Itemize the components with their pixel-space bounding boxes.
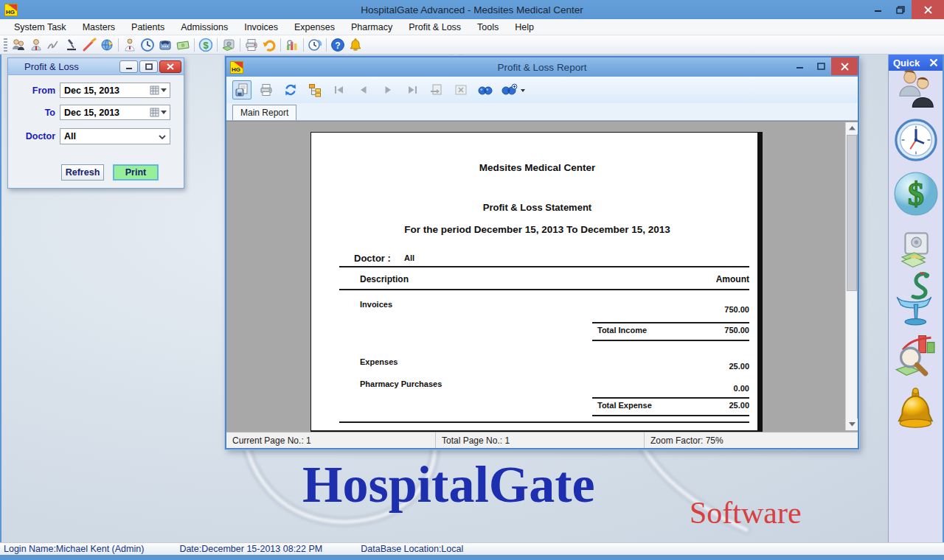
main-toolbar: $ ? xyxy=(0,35,944,55)
last-page-icon xyxy=(403,80,422,99)
dollar-coin-icon[interactable]: $ xyxy=(197,37,215,53)
menu-masters[interactable]: Masters xyxy=(74,19,123,35)
quick-panel: Quick $ xyxy=(888,55,943,542)
clock-icon[interactable] xyxy=(893,116,939,164)
report-tab-strip: Main Report xyxy=(226,103,858,121)
help-icon[interactable]: ? xyxy=(329,37,347,53)
backup-clock-icon[interactable] xyxy=(306,37,324,53)
zoom-icon[interactable] xyxy=(500,80,528,99)
report-row-label: Expenses xyxy=(360,357,398,366)
phone-icon[interactable] xyxy=(156,37,174,53)
scroll-up-icon[interactable] xyxy=(846,122,858,134)
report-period: For the period December 15, 2013 To Dece… xyxy=(311,224,763,235)
signature-icon[interactable] xyxy=(45,37,63,53)
tab-main-report[interactable]: Main Report xyxy=(232,105,296,120)
menu-profit-loss[interactable]: Profit & Loss xyxy=(400,19,469,35)
dialog-titlebar[interactable]: Profit & Loss xyxy=(8,58,184,75)
dialog-minimize-button[interactable] xyxy=(119,60,138,73)
report-titlebar[interactable]: HG Profit & Loss Report xyxy=(226,57,858,77)
microscope-icon[interactable] xyxy=(63,37,80,53)
toolbar-grip xyxy=(4,38,7,52)
report-row-amount: 0.00 xyxy=(606,384,749,393)
chart-icon[interactable] xyxy=(283,37,301,53)
app-logo-icon: HG xyxy=(4,4,18,16)
total-page-status: Total Page No.: 1 xyxy=(436,433,645,448)
cash-safe-icon[interactable] xyxy=(896,230,936,271)
app-window: HG HospitalGate Advanced - Medsites Medi… xyxy=(0,0,944,560)
zoom-factor-status: Zoom Factor: 75% xyxy=(645,433,858,448)
doctor-dropdown[interactable]: All xyxy=(60,128,170,144)
report-window: HG Profit & Loss Report xyxy=(225,56,859,449)
doctor-icon[interactable] xyxy=(121,37,139,53)
patients-icon[interactable] xyxy=(895,68,937,111)
billing-icon[interactable]: $ xyxy=(892,168,940,220)
report-maximize-button[interactable] xyxy=(811,57,831,75)
chevron-down-icon xyxy=(159,130,166,143)
user-icon[interactable] xyxy=(27,37,45,53)
from-calendar-icon[interactable] xyxy=(150,85,170,95)
undo-icon[interactable] xyxy=(260,37,278,53)
find-icon[interactable] xyxy=(476,80,495,99)
database-location-status: DataBase Location:Local xyxy=(361,544,463,554)
pharmacy-icon[interactable] xyxy=(893,270,939,330)
scroll-down-icon[interactable] xyxy=(846,419,858,430)
bell-icon[interactable] xyxy=(347,37,364,53)
group-tree-icon[interactable] xyxy=(305,80,324,99)
to-label: To xyxy=(10,108,55,118)
watermark-software: Software xyxy=(690,495,802,531)
menu-invoices[interactable]: Invoices xyxy=(236,19,286,35)
report-col-amount: Amount xyxy=(606,274,749,284)
report-window-title: Profit & Loss Report xyxy=(226,62,858,73)
restore-button[interactable] xyxy=(889,0,912,19)
menu-system-task[interactable]: System Task xyxy=(6,19,74,35)
minimize-button[interactable] xyxy=(867,0,889,19)
from-date-field[interactable] xyxy=(60,83,170,98)
profit-loss-dialog: Profit & Loss From To Doctor All xyxy=(7,57,184,189)
users-icon[interactable] xyxy=(10,37,27,53)
goto-page-icon xyxy=(427,80,446,99)
svg-text:$: $ xyxy=(908,176,924,212)
to-calendar-icon[interactable] xyxy=(150,108,170,117)
dialog-maximize-button[interactable] xyxy=(139,60,158,73)
menu-patients[interactable]: Patients xyxy=(123,19,173,35)
from-date-input[interactable] xyxy=(60,85,143,96)
export-icon[interactable] xyxy=(232,80,251,99)
report-minimize-button[interactable] xyxy=(790,57,811,75)
login-name-status: Login Name:Michael Kent (Admin) xyxy=(4,544,144,554)
print-button[interactable]: Print xyxy=(113,164,159,181)
pen-icon[interactable] xyxy=(80,37,98,53)
safe-icon[interactable] xyxy=(220,37,237,53)
report-doctor-value: All xyxy=(404,253,414,262)
quick-close-icon[interactable] xyxy=(929,58,938,67)
window-bottom-border xyxy=(0,555,944,560)
close-button[interactable] xyxy=(912,0,944,19)
money-icon[interactable] xyxy=(174,37,192,53)
printer-icon[interactable] xyxy=(243,37,260,53)
report-search-icon[interactable] xyxy=(893,330,939,385)
report-statusbar: Current Page No.: 1 Total Page No.: 1 Zo… xyxy=(226,432,858,448)
alerts-bell-icon[interactable] xyxy=(894,388,938,452)
report-scrollbar[interactable] xyxy=(845,122,857,430)
menu-expenses[interactable]: Expenses xyxy=(286,19,343,35)
refresh-icon[interactable] xyxy=(281,80,300,99)
refresh-button[interactable]: Refresh xyxy=(61,164,104,181)
globe-icon[interactable] xyxy=(98,37,116,53)
doctor-label: Doctor xyxy=(10,131,55,141)
report-page: Medsites Medical Center Profit & Loss St… xyxy=(310,132,763,432)
print-icon[interactable] xyxy=(257,80,276,99)
clock-icon[interactable] xyxy=(139,37,156,53)
menu-admissions[interactable]: Admissions xyxy=(173,19,236,35)
menu-pharmacy[interactable]: Pharmacy xyxy=(343,19,400,35)
to-date-field[interactable] xyxy=(60,105,170,120)
to-date-input[interactable] xyxy=(60,108,143,118)
scrollbar-thumb[interactable] xyxy=(847,135,857,291)
from-label: From xyxy=(10,85,55,96)
report-close-button[interactable] xyxy=(831,57,858,75)
quick-panel-title: Quick xyxy=(893,57,920,69)
dialog-close-button[interactable] xyxy=(159,60,181,73)
menu-help[interactable]: Help xyxy=(507,19,542,35)
menu-tools[interactable]: Tools xyxy=(469,19,507,35)
report-doctor-label: Doctor : xyxy=(354,253,391,264)
current-page-status: Current Page No.: 1 xyxy=(226,433,436,448)
svg-text:?: ? xyxy=(335,40,340,50)
